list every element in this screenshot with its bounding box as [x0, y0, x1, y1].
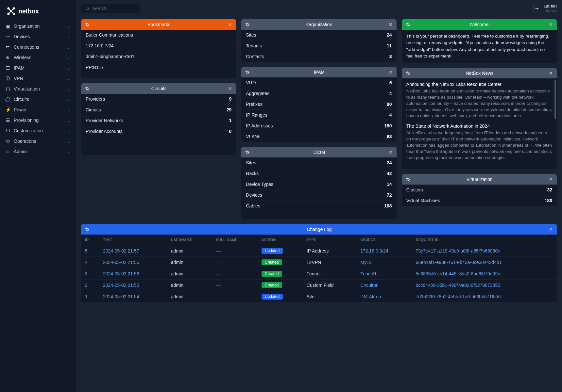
stat-row[interactable]: Clusters 32 [402, 185, 557, 195]
search-input[interactable] [92, 6, 136, 11]
table-header[interactable]: TYPE [303, 235, 356, 245]
changelog-request-id[interactable]: 7d2522f0-7852-4ebb-b1a0-b63bbb71f5d6 [416, 294, 501, 299]
changelog-time[interactable]: 2024-05-02 21:54 [103, 294, 139, 299]
stat-row[interactable]: Cables 108 [241, 201, 396, 211]
table-header[interactable]: FULL NAME [212, 235, 258, 245]
stat-row[interactable]: Providers 9 [81, 94, 236, 105]
search-input-wrap[interactable] [81, 4, 140, 13]
sidebar-item-operations[interactable]: ⚙ Operations ⌄ [0, 136, 76, 146]
close-icon[interactable]: ✕ [228, 86, 232, 91]
stat-row[interactable]: Prefixes 90 [241, 99, 396, 110]
table-header[interactable]: TIME [99, 235, 167, 245]
stat-row[interactable]: Sites 24 [241, 30, 396, 41]
changelog-id[interactable]: 2 [85, 283, 88, 288]
stat-row[interactable]: Racks 42 [241, 168, 396, 179]
close-icon[interactable]: ✕ [228, 22, 232, 27]
gear-icon[interactable] [85, 227, 90, 232]
sidebar-item-circuits[interactable]: ◯ Circuits ⌄ [0, 94, 76, 105]
bookmark-item[interactable]: dmi01-binghamton-rtr01 [81, 51, 236, 62]
stat-label: Aggregates [246, 91, 269, 96]
changelog-id[interactable]: 1 [85, 294, 88, 299]
stat-row[interactable]: IP Addresses 180 [241, 121, 396, 131]
stat-value: 180 [545, 198, 552, 203]
stat-row[interactable]: Tenants 11 [241, 41, 396, 51]
close-icon[interactable]: ✕ [389, 22, 393, 27]
gear-icon[interactable] [406, 22, 410, 27]
scrollbar[interactable] [554, 80, 556, 119]
news-item[interactable]: Announcing the NetBox Labs Resource Cent… [406, 82, 552, 119]
gear-icon[interactable] [245, 70, 250, 74]
changelog-object[interactable]: Circuitpri [360, 283, 378, 288]
changelog-id[interactable]: 3 [85, 271, 88, 276]
table-header[interactable]: REQUEST ID [412, 235, 557, 245]
changelog-id[interactable]: 5 [85, 248, 88, 253]
stat-row[interactable]: Contacts 3 [241, 51, 396, 62]
stat-row[interactable]: Provider Accounts 0 [81, 126, 236, 137]
changelog-request-id[interactable]: 73c7e417-a119-40c9-a08f-a65f7b66060c [416, 248, 500, 253]
sidebar-item-connections[interactable]: ⇄ Connections ⌄ [0, 42, 76, 52]
changelog-time[interactable]: 2024-05-02 21:56 [103, 271, 139, 276]
close-icon[interactable]: ✕ [549, 22, 553, 27]
sidebar-item-devices[interactable]: ☷ Devices ⌄ [0, 31, 76, 42]
sidebar-item-vpn[interactable]: ⚿ VPN ⌄ [0, 73, 76, 84]
stat-row[interactable]: Device Types 14 [241, 179, 396, 190]
table-header[interactable]: ID [81, 235, 99, 245]
stat-row[interactable]: Devices 72 [241, 190, 396, 201]
bookmark-item[interactable]: 172.16.0.7/24 [81, 41, 236, 51]
close-icon[interactable]: ✕ [549, 177, 553, 182]
sidebar-item-power[interactable]: ⚡ Power ⌄ [0, 105, 76, 115]
close-icon[interactable]: ✕ [549, 71, 553, 76]
changelog-object[interactable]: DM-Akron [360, 294, 381, 299]
stat-row[interactable]: Aggregates 4 [241, 88, 396, 99]
changelog-object[interactable]: 172.16.0.3/24 [360, 248, 388, 253]
gear-icon[interactable] [85, 86, 90, 91]
table-header[interactable]: ACTION [258, 235, 303, 245]
sidebar-item-ipam[interactable]: ☲ IPAM ⌄ [0, 63, 76, 73]
stat-row[interactable]: Virtual Machines 180 [402, 195, 557, 206]
sidebar-item-provisioning[interactable]: ☰ Provisioning ⌄ [0, 115, 76, 125]
changelog-request-id[interactable]: 6cc84466-36b1-499f-9a02-9f6278873850 [416, 283, 500, 288]
sidebar-item-virtualization[interactable]: ▢ Virtualization ⌄ [0, 84, 76, 94]
search-icon [85, 6, 90, 11]
table-header[interactable]: OBJECT [356, 235, 412, 245]
stat-label: VLANs [246, 134, 260, 139]
sidebar-item-organization[interactable]: ▣ Organization ⌄ [0, 21, 76, 31]
changelog-id[interactable]: 4 [85, 260, 88, 265]
close-icon[interactable]: ✕ [389, 150, 393, 155]
theme-toggle[interactable] [533, 5, 541, 12]
close-icon[interactable]: ✕ [389, 70, 393, 75]
user-menu[interactable]: admin Admin [544, 3, 557, 13]
stat-row[interactable]: Sites 24 [241, 157, 396, 168]
changelog-time[interactable]: 2024-05-02 21:55 [103, 283, 139, 288]
gear-icon[interactable] [406, 71, 410, 75]
changelog-fullname: — [216, 294, 221, 299]
stat-row[interactable]: VRFs 6 [241, 77, 396, 88]
stat-row[interactable]: VLANs 63 [241, 131, 396, 142]
stat-label: Contacts [246, 54, 264, 59]
gear-icon[interactable] [85, 22, 90, 27]
bookmark-item[interactable]: PP:B117 [81, 62, 236, 73]
changelog-type: IP Address [303, 245, 356, 257]
close-icon[interactable]: ✕ [549, 227, 553, 232]
gear-icon[interactable] [245, 150, 250, 155]
changelog-request-id[interactable]: 66eb1af1-e938-4614-b40a-0ce30442d4b1 [416, 260, 502, 265]
sidebar-item-customization[interactable]: ☐ Customization ⌄ [0, 125, 76, 136]
table-header[interactable]: USERNAME [167, 235, 212, 245]
changelog-object[interactable]: MyL2 [360, 260, 371, 265]
stat-row[interactable]: Provider Networks 1 [81, 115, 236, 126]
changelog-time[interactable]: 2024-05-02 21:57 [103, 248, 139, 253]
gear-icon[interactable] [406, 177, 410, 182]
changelog-time[interactable]: 2024-05-02 21:56 [103, 260, 139, 265]
news-item[interactable]: The State of Network Automation in 2024 … [406, 123, 552, 161]
bookmark-item[interactable]: Butler Communications [81, 30, 236, 41]
stat-row[interactable]: IP Ranges 4 [241, 110, 396, 121]
changelog-fullname: — [216, 283, 221, 288]
changelog-object[interactable]: Tunnel1 [360, 271, 377, 276]
stat-row[interactable]: Circuits 29 [81, 105, 236, 115]
gear-icon[interactable] [245, 22, 250, 27]
logo[interactable]: netbox [0, 4, 76, 21]
sidebar-item-wireless[interactable]: ≋ Wireless ⌄ [0, 52, 76, 63]
sidebar-item-admin[interactable]: ☺ Admin ⌄ [0, 146, 76, 157]
changelog-request-id[interactable]: 5c6895d6-cb14-445f-8da2-8be68f79e09a [416, 271, 500, 276]
changelog-type: Tunnel [303, 268, 356, 280]
